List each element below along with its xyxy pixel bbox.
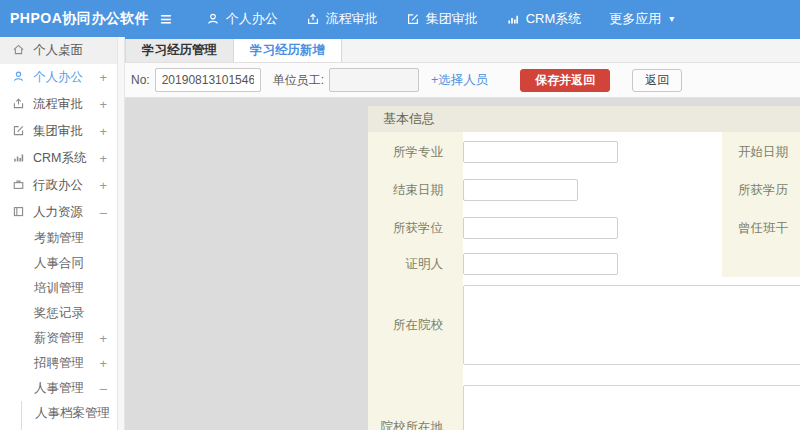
nav-more-apps[interactable]: 更多应用 ▾: [609, 10, 674, 28]
personnel-submenu: 人事档案管理 证照管理: [21, 401, 117, 430]
no-input[interactable]: [155, 68, 261, 92]
basic-info-panel: 基本信息 所学专业 开始日期 结束日期 所获学历 所获学位 曾任班干 证: [368, 106, 800, 430]
bar-chart-icon: [506, 12, 520, 26]
sidebar-item-label: 行政办公: [33, 177, 83, 194]
field-label-reference: 证明人: [368, 253, 443, 275]
edit-icon: [12, 124, 33, 140]
employee-label: 单位员工:: [273, 72, 324, 89]
sidebar-item-human-resources[interactable]: 人力资源 –: [0, 199, 117, 226]
tab-study-history-mgmt[interactable]: 学习经历管理: [125, 39, 234, 62]
briefcase-icon: [12, 178, 33, 194]
caret-down-icon: ▾: [669, 13, 674, 24]
sidebar: 个人桌面 个人办公 + 流程审批 + 集团审批 + CRM系统 +: [0, 37, 118, 430]
expand-toggle[interactable]: +: [99, 326, 107, 351]
tab-study-history-new[interactable]: 学习经历新增: [234, 39, 342, 62]
expand-toggle[interactable]: +: [99, 351, 107, 376]
sidebar-item-certificate-mgmt[interactable]: 证照管理: [22, 425, 117, 430]
nav-personal-office[interactable]: 个人办公: [206, 10, 278, 28]
sidebar-item-label: 个人办公: [33, 69, 83, 86]
nav-workflow-approval[interactable]: 流程审批: [306, 10, 378, 28]
top-nav: PHPOA协同办公软件 ≡ 个人办公 流程审批 集团审批 CRM系统 更多应用 …: [0, 0, 800, 37]
sidebar-item-crm-system[interactable]: CRM系统 +: [0, 145, 117, 172]
expand-toggle[interactable]: +: [99, 91, 107, 118]
school-textarea[interactable]: [463, 285, 800, 365]
nav-label: 流程审批: [326, 10, 378, 28]
sidebar-item-personnel-files[interactable]: 人事档案管理: [22, 401, 117, 425]
expand-toggle[interactable]: +: [99, 145, 107, 172]
person-icon: [12, 70, 33, 86]
field-label-school: 所在院校: [368, 285, 443, 365]
nav-label: 个人办公: [226, 10, 278, 28]
book-icon: [12, 205, 33, 221]
workflow-icon: [306, 12, 320, 26]
content-column: 学习经历管理 学习经历新增 No: 单位员工: +选择人员 保存并返回 返回 基…: [125, 37, 800, 430]
employee-input[interactable]: [329, 68, 419, 92]
hamburger-icon[interactable]: ≡: [160, 9, 172, 29]
field-label-end-date: 结束日期: [368, 179, 443, 201]
expand-toggle[interactable]: +: [99, 64, 107, 91]
sidebar-item-label: 人事合同: [34, 256, 84, 270]
app-window: PHPOA协同办公软件 ≡ 个人办公 流程审批 集团审批 CRM系统 更多应用 …: [0, 0, 800, 430]
sidebar-item-label: 流程审批: [33, 96, 83, 113]
sidebar-item-group-approval[interactable]: 集团审批 +: [0, 118, 117, 145]
sidebar-item-recruit-mgmt[interactable]: 招聘管理+: [0, 351, 117, 376]
select-person-link[interactable]: +选择人员: [431, 72, 488, 89]
sidebar-item-label: 考勤管理: [34, 231, 84, 245]
form-body: 所学专业 开始日期 结束日期 所获学历 所获学位 曾任班干 证明人 所在院校: [368, 132, 800, 430]
nav-crm-system[interactable]: CRM系统: [506, 10, 582, 28]
nav-group-approval[interactable]: 集团审批: [406, 10, 478, 28]
end-date-input[interactable]: [463, 179, 578, 201]
sidebar-item-label: 集团审批: [33, 123, 83, 140]
sidebar-item-label: 人事管理: [34, 381, 84, 395]
expand-toggle[interactable]: +: [99, 118, 107, 145]
field-label-start-date: 开始日期: [738, 141, 788, 163]
sidebar-item-reward-punishment[interactable]: 奖惩记录: [0, 301, 117, 326]
sidebar-item-label: 人力资源: [33, 204, 83, 221]
nav-label: CRM系统: [526, 10, 582, 28]
sidebar-item-label: 奖惩记录: [34, 306, 84, 320]
school-location-textarea[interactable]: [463, 385, 800, 430]
expand-toggle[interactable]: +: [99, 172, 107, 199]
degree-input[interactable]: [463, 217, 618, 239]
sidebar-item-label: CRM系统: [33, 150, 86, 167]
sidebar-item-admin-office[interactable]: 行政办公 +: [0, 172, 117, 199]
nav-label: 更多应用: [609, 10, 661, 28]
sidebar-item-label: 薪资管理: [34, 331, 84, 345]
sidebar-item-attendance-mgmt[interactable]: 考勤管理: [0, 226, 117, 251]
expand-toggle[interactable]: –: [100, 376, 107, 401]
field-label-school-location: 院校所在地: [368, 385, 443, 430]
home-icon: [12, 43, 33, 59]
section-title: 基本信息: [368, 106, 800, 132]
top-nav-items: 个人办公 流程审批 集团审批 CRM系统 更多应用 ▾: [206, 10, 675, 28]
sidebar-item-personal-desktop[interactable]: 个人桌面: [0, 37, 117, 64]
tab-bar: 学习经历管理 学习经历新增: [125, 37, 800, 63]
field-label-education: 所获学历: [738, 179, 788, 201]
sidebar-item-salary-mgmt[interactable]: 薪资管理+: [0, 326, 117, 351]
no-label: No:: [131, 73, 150, 87]
save-and-return-button[interactable]: 保存并返回: [520, 69, 610, 92]
edit-icon: [406, 12, 420, 26]
main-area: 个人桌面 个人办公 + 流程审批 + 集团审批 + CRM系统 +: [0, 37, 800, 430]
sidebar-item-workflow-approval[interactable]: 流程审批 +: [0, 91, 117, 118]
field-label-class-cadre: 曾任班干: [738, 217, 788, 239]
app-title: PHPOA协同办公软件: [0, 10, 160, 28]
reference-input[interactable]: [463, 253, 618, 275]
expand-toggle[interactable]: –: [100, 199, 107, 226]
field-label-degree: 所获学位: [368, 217, 443, 239]
sidebar-item-label: 人事档案管理: [35, 406, 110, 420]
major-input[interactable]: [463, 141, 618, 163]
workflow-icon: [12, 97, 33, 113]
form-toolbar: No: 单位员工: +选择人员 保存并返回 返回: [125, 63, 800, 98]
sidebar-item-personal-office[interactable]: 个人办公 +: [0, 64, 117, 91]
sidebar-item-label: 招聘管理: [34, 356, 84, 370]
field-label-major: 所学专业: [368, 141, 443, 163]
sidebar-item-training-mgmt[interactable]: 培训管理: [0, 276, 117, 301]
sidebar-item-personnel-mgmt[interactable]: 人事管理–: [0, 376, 117, 401]
sidebar-scrollbar[interactable]: [118, 37, 125, 430]
content-area: 基本信息 所学专业 开始日期 结束日期 所获学历 所获学位 曾任班干 证: [125, 98, 800, 430]
sidebar-item-label: 培训管理: [34, 281, 84, 295]
sidebar-item-hr-contract[interactable]: 人事合同: [0, 251, 117, 276]
sidebar-item-label: 个人桌面: [33, 42, 83, 59]
back-button[interactable]: 返回: [632, 69, 682, 92]
person-icon: [206, 12, 220, 26]
